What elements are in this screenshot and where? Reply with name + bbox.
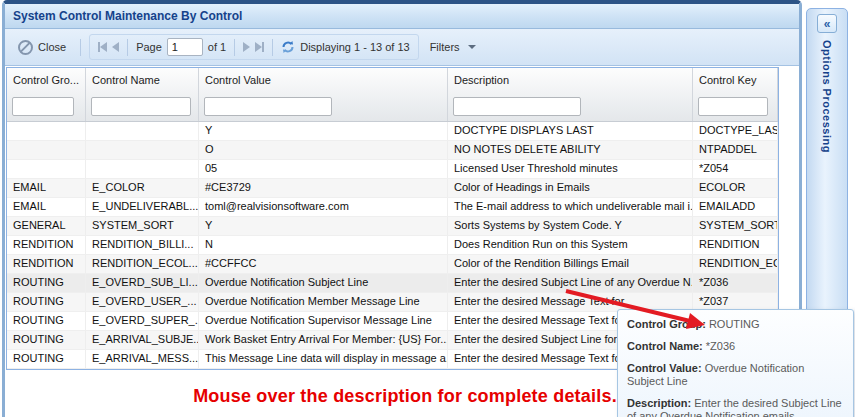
- table-cell[interactable]: RENDITION: [693, 236, 778, 254]
- tooltip-label: Control Name:: [627, 340, 703, 352]
- table-cell[interactable]: RENDITION_BILLI...: [86, 236, 199, 254]
- table-cell[interactable]: Licensed User Threshold minutes: [448, 160, 693, 178]
- table-cell[interactable]: GENERAL: [7, 217, 86, 235]
- column-header-1[interactable]: Control Gro...: [7, 68, 86, 92]
- grid-header-row: Control Gro...Control NameControl ValueD…: [7, 68, 778, 92]
- column-header-5[interactable]: Control Key: [693, 68, 778, 92]
- table-row[interactable]: GENERALSYSTEM_SORTYSorts Systems by Syst…: [7, 217, 778, 236]
- column-filter-input-2[interactable]: [91, 97, 191, 116]
- collapse-icon[interactable]: «: [817, 14, 837, 33]
- table-cell[interactable]: E_COLOR: [86, 179, 199, 197]
- table-cell[interactable]: Sorts Systems by System Code. Y: [448, 217, 693, 235]
- filter-cell: [693, 92, 778, 121]
- table-cell[interactable]: Overdue Notification Subject Line: [199, 274, 448, 292]
- table-cell[interactable]: E_ARRIVAL_MESS...: [86, 350, 199, 368]
- table-cell[interactable]: DOCTYPE_LAST: [693, 122, 778, 140]
- column-header-3[interactable]: Control Value: [199, 68, 448, 92]
- table-row[interactable]: ROUTINGE_OVERD_SUB_LI...Overdue Notifica…: [7, 274, 778, 293]
- table-cell[interactable]: This Message Line data will display in m…: [199, 350, 448, 368]
- next-page-button[interactable]: [243, 42, 250, 52]
- table-cell[interactable]: NO NOTES DELETE ABILITY: [448, 141, 693, 159]
- table-cell[interactable]: RENDITION_ECOL...: [86, 255, 199, 273]
- table-cell[interactable]: E_OVERD_USER_...: [86, 293, 199, 311]
- table-cell[interactable]: *Z054: [693, 160, 778, 178]
- table-cell[interactable]: E_ARRIVAL_SUBJE...: [86, 331, 199, 349]
- table-cell[interactable]: ROUTING: [7, 331, 86, 349]
- tooltip-control-group: Control Group: ROUTING: [627, 318, 844, 331]
- table-cell[interactable]: The E-mail address to which undeliverabl…: [448, 198, 693, 216]
- table-cell[interactable]: ECOLOR: [693, 179, 778, 197]
- table-cell[interactable]: *Z036: [693, 274, 778, 292]
- table-cell[interactable]: Y: [199, 122, 448, 140]
- table-cell[interactable]: SYSTEM_SORT: [693, 217, 778, 235]
- table-cell[interactable]: E_OVERD_SUPER_...: [86, 312, 199, 330]
- table-cell[interactable]: RENDITION: [7, 236, 86, 254]
- table-cell[interactable]: EMAIL: [7, 179, 86, 197]
- table-cell[interactable]: ROUTING: [7, 274, 86, 292]
- prev-page-icon: [112, 42, 119, 52]
- close-button[interactable]: Close: [12, 37, 72, 58]
- table-row[interactable]: RENDITIONRENDITION_ECOL...#CCFFCCColor o…: [7, 255, 778, 274]
- table-cell[interactable]: EMAILADD: [693, 198, 778, 216]
- table-cell[interactable]: RENDITION_ECOLOR: [693, 255, 778, 273]
- table-cell[interactable]: #CE3729: [199, 179, 448, 197]
- tooltip-label: Control Value:: [627, 362, 702, 374]
- table-cell[interactable]: Enter the desired Subject Line of any Ov…: [448, 274, 693, 292]
- table-cell[interactable]: Overdue Notification Supervisor Message …: [199, 312, 448, 330]
- table-cell[interactable]: SYSTEM_SORT: [86, 217, 199, 235]
- displaying-status: Displaying 1 - 13 of 13: [300, 41, 409, 53]
- grid-filter-row: [7, 92, 778, 121]
- table-cell[interactable]: 05: [199, 160, 448, 178]
- table-row[interactable]: 05Licensed User Threshold minutes*Z054: [7, 160, 778, 179]
- table-cell[interactable]: RENDITION: [7, 255, 86, 273]
- filter-cell: [7, 92, 86, 121]
- table-cell[interactable]: #CCFFCC: [199, 255, 448, 273]
- table-row[interactable]: EMAILE_COLOR#CE3729Color of Headings in …: [7, 179, 778, 198]
- table-cell[interactable]: Y: [199, 217, 448, 235]
- table-cell[interactable]: DOCTYPE DISPLAYS LAST: [448, 122, 693, 140]
- table-cell[interactable]: [7, 141, 86, 159]
- table-cell[interactable]: N: [199, 236, 448, 254]
- column-header-4[interactable]: Description: [448, 68, 693, 92]
- column-filter-input-3[interactable]: [204, 97, 332, 116]
- page-number-input[interactable]: [167, 38, 203, 56]
- table-cell[interactable]: Work Basket Entry Arrival For Member: {U…: [199, 331, 448, 349]
- filter-cell: [86, 92, 199, 121]
- table-cell[interactable]: ROUTING: [7, 293, 86, 311]
- table-cell[interactable]: Does Rendition Run on this System: [448, 236, 693, 254]
- table-row[interactable]: YDOCTYPE DISPLAYS LASTDOCTYPE_LAST: [7, 122, 778, 141]
- prev-page-button[interactable]: [112, 42, 119, 52]
- filters-dropdown-button[interactable]: Filters: [424, 38, 482, 56]
- table-row[interactable]: RENDITIONRENDITION_BILLI...NDoes Renditi…: [7, 236, 778, 255]
- column-filter-input-5[interactable]: [698, 97, 768, 116]
- column-header-2[interactable]: Control Name: [86, 68, 199, 92]
- grid-header: Control Gro...Control NameControl ValueD…: [7, 68, 778, 122]
- table-cell[interactable]: Overdue Notification Member Message Line: [199, 293, 448, 311]
- table-cell[interactable]: Color of Headings in Emails: [448, 179, 693, 197]
- table-cell[interactable]: [86, 160, 199, 178]
- table-cell[interactable]: toml@realvisionsoftware.com: [199, 198, 448, 216]
- table-row[interactable]: ONO NOTES DELETE ABILITYNTPADDEL: [7, 141, 778, 160]
- table-cell[interactable]: [86, 141, 199, 159]
- table-cell[interactable]: ROUTING: [7, 350, 86, 368]
- first-page-button[interactable]: [98, 42, 107, 52]
- table-cell[interactable]: ROUTING: [7, 312, 86, 330]
- tooltip-value: *Z036: [706, 340, 735, 352]
- page-label: Page: [136, 41, 162, 53]
- table-row[interactable]: EMAILE_UNDELIVERABL...toml@realvisionsof…: [7, 198, 778, 217]
- table-cell[interactable]: O: [199, 141, 448, 159]
- table-cell[interactable]: EMAIL: [7, 198, 86, 216]
- last-page-button[interactable]: [255, 42, 264, 52]
- table-cell[interactable]: E_UNDELIVERABL...: [86, 198, 199, 216]
- table-cell[interactable]: [86, 122, 199, 140]
- table-cell[interactable]: [7, 160, 86, 178]
- tooltip-description: Description: Enter the desired Subject L…: [627, 397, 844, 417]
- table-cell[interactable]: E_OVERD_SUB_LI...: [86, 274, 199, 292]
- table-cell[interactable]: [7, 122, 86, 140]
- column-filter-input-4[interactable]: [453, 97, 581, 116]
- refresh-button[interactable]: [281, 40, 295, 54]
- table-cell[interactable]: NTPADDEL: [693, 141, 778, 159]
- toolbar-separator: [80, 39, 81, 56]
- column-filter-input-1[interactable]: [12, 97, 74, 116]
- table-cell[interactable]: Color of the Rendition Billings Email: [448, 255, 693, 273]
